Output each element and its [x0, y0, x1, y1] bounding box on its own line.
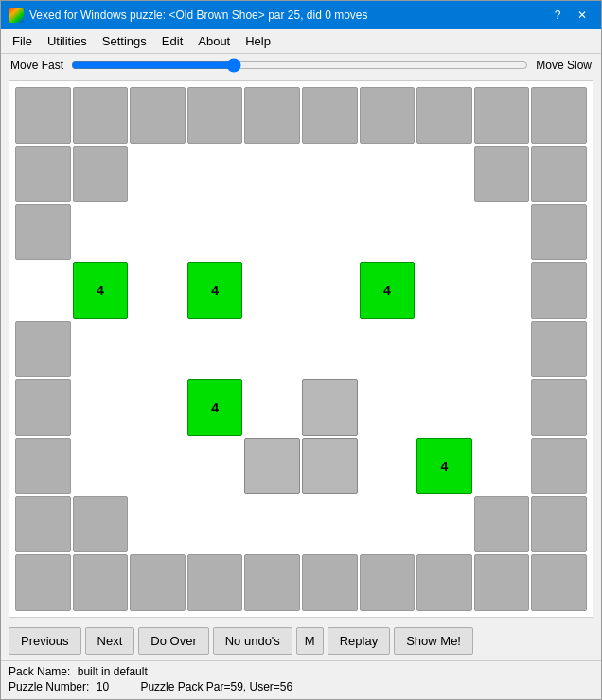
cell-2-0	[15, 204, 71, 261]
puzzle-number-line: Puzzle Number: 10 Puzzle Pack Par=59, Us…	[9, 680, 593, 693]
cell-3-9	[531, 262, 587, 319]
cell-8-6	[360, 554, 416, 611]
close-button[interactable]: ✕	[571, 6, 593, 25]
cell-2-3	[187, 204, 243, 261]
cell-6-2	[130, 438, 186, 495]
speed-left-label: Move Fast	[10, 59, 63, 72]
window-title: Vexed for Windows puzzle: <Old Brown Sho…	[29, 9, 368, 22]
pack-name-value: built in default	[78, 665, 148, 678]
speed-right-label: Move Slow	[536, 59, 592, 72]
title-bar-left: Vexed for Windows puzzle: <Old Brown Sho…	[9, 8, 368, 23]
menu-help[interactable]: Help	[238, 31, 278, 51]
cell-0-5	[302, 87, 358, 144]
menu-edit[interactable]: Edit	[154, 31, 190, 51]
cell-1-1	[73, 146, 129, 202]
cell-0-0	[15, 87, 71, 144]
cell-7-4	[244, 496, 300, 552]
cell-8-4	[244, 554, 300, 611]
cell-6-5-gray[interactable]	[302, 438, 358, 495]
cell-6-7-green[interactable]: 4	[416, 438, 472, 495]
cell-3-6-green[interactable]: 4	[360, 262, 416, 319]
cell-2-1	[73, 204, 129, 261]
cell-8-7	[416, 554, 472, 611]
cell-6-3	[187, 438, 243, 495]
bottom-buttons: Previous Next Do Over No undo's M Replay…	[1, 621, 601, 660]
cell-0-8	[474, 87, 530, 144]
cell-3-7	[416, 262, 472, 319]
cell-3-3-green[interactable]: 4	[187, 262, 243, 319]
cell-2-4	[244, 204, 300, 261]
cell-1-8	[474, 146, 530, 202]
cell-8-9	[531, 554, 587, 611]
cell-5-3-green[interactable]: 4	[187, 379, 243, 436]
menu-utilities[interactable]: Utilities	[40, 31, 95, 51]
cell-3-8	[474, 262, 530, 319]
cell-5-4	[244, 379, 300, 436]
cell-8-3	[187, 554, 243, 611]
cell-4-9	[531, 321, 587, 377]
cell-3-2	[130, 262, 186, 319]
cell-6-6	[360, 438, 416, 495]
cell-4-1	[73, 321, 129, 377]
cell-1-4	[244, 146, 300, 202]
cell-4-7	[416, 321, 472, 377]
cell-4-3	[187, 321, 243, 377]
previous-button[interactable]: Previous	[9, 627, 81, 655]
cell-1-6	[360, 146, 416, 202]
pack-name-label: Pack Name:	[9, 665, 70, 678]
cell-7-6	[360, 496, 416, 552]
cell-1-3	[187, 146, 243, 202]
cell-7-1	[73, 496, 129, 552]
cell-6-8	[474, 438, 530, 495]
cell-2-5	[302, 204, 358, 261]
cell-4-6	[360, 321, 416, 377]
menu-about[interactable]: About	[190, 31, 238, 51]
speed-slider[interactable]	[71, 58, 528, 73]
menu-file[interactable]: File	[5, 31, 40, 51]
cell-2-7	[416, 204, 472, 261]
cell-6-4-gray[interactable]	[244, 438, 300, 495]
cell-5-7	[416, 379, 472, 436]
cell-8-1	[73, 554, 129, 611]
cell-6-1	[73, 438, 129, 495]
cell-3-5	[302, 262, 358, 319]
cell-0-1	[73, 87, 129, 144]
cell-4-4	[244, 321, 300, 377]
cell-8-2	[130, 554, 186, 611]
main-window: Vexed for Windows puzzle: <Old Brown Sho…	[0, 0, 602, 700]
cell-1-9	[531, 146, 587, 202]
cell-5-5-gray[interactable]	[302, 379, 358, 436]
pack-name-line: Pack Name: built in default	[9, 665, 593, 678]
cell-8-0	[15, 554, 71, 611]
cell-4-0	[15, 321, 71, 377]
replay-button[interactable]: Replay	[328, 627, 390, 655]
cell-7-7	[416, 496, 472, 552]
title-bar-controls: ? ✕	[546, 6, 593, 25]
cell-7-2	[130, 496, 186, 552]
cell-5-9	[531, 379, 587, 436]
cell-0-9	[531, 87, 587, 144]
do-over-button[interactable]: Do Over	[138, 627, 208, 655]
m-button[interactable]: M	[296, 627, 324, 655]
cell-2-8	[474, 204, 530, 261]
cell-1-5	[302, 146, 358, 202]
menu-settings[interactable]: Settings	[95, 31, 154, 51]
cell-5-0	[15, 379, 71, 436]
no-undos-button[interactable]: No undo's	[213, 627, 292, 655]
cell-7-0	[15, 496, 71, 552]
puzzle-pack-info: Puzzle Pack Par=59, User=56	[140, 680, 292, 693]
title-bar: Vexed for Windows puzzle: <Old Brown Sho…	[1, 1, 601, 29]
cell-3-0	[15, 262, 71, 319]
cell-5-8	[474, 379, 530, 436]
cell-7-8	[474, 496, 530, 552]
cell-5-1	[73, 379, 129, 436]
puzzle-grid: 4 4 4 4	[9, 81, 593, 617]
puzzle-number-value: 10	[97, 680, 109, 693]
show-me-button[interactable]: Show Me!	[394, 627, 473, 655]
help-button[interactable]: ?	[546, 6, 569, 25]
cell-5-6	[360, 379, 416, 436]
game-area: 4 4 4 4	[9, 80, 593, 618]
next-button[interactable]: Next	[85, 627, 135, 655]
cell-4-2	[130, 321, 186, 377]
cell-3-1-green[interactable]: 4	[73, 262, 129, 319]
